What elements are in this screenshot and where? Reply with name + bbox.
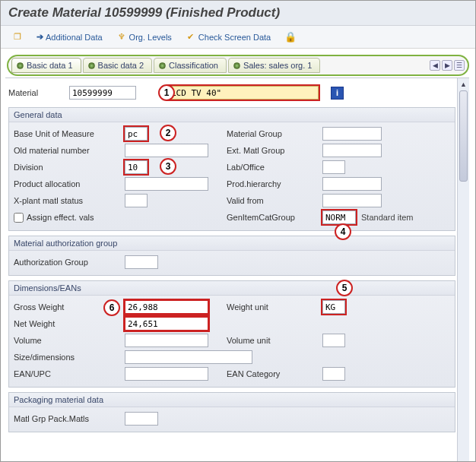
weight-unit-input[interactable] [322,300,345,314]
lock-icon: 🔒 [284,31,297,43]
tab-strip: Basic data 1 Basic data 2 Classification… [7,55,469,76]
ean-cat-input[interactable] [322,367,345,381]
check-screen-button[interactable]: ✔ Check Screen Data [180,30,276,45]
callout-6: 6 [103,299,120,316]
material-group-label: Material Group [227,129,319,138]
tab-label: Basic data 2 [98,61,144,70]
tab-basic-data-2[interactable]: Basic data 2 [83,58,153,73]
group-header: Material authorization group [9,236,455,251]
check-screen-label: Check Screen Data [198,33,271,42]
old-matnr-label: Old material number [14,146,122,155]
auth-group-input[interactable] [125,255,158,269]
volume-input[interactable] [125,334,208,347]
material-description-input[interactable] [168,86,319,100]
size-input[interactable] [125,350,252,364]
lab-office-label: Lab/Office [227,163,319,172]
callout-3: 3 [160,158,176,175]
check-icon: ✔ [186,32,196,43]
xplant-input[interactable] [125,194,148,207]
group-general-data: General data Base Unit of Measure Materi… [8,107,455,231]
callout-4: 4 [335,223,351,240]
xplant-label: X-plant matl status [14,196,122,205]
hierarchy-icon: ♆ [116,32,127,43]
matlgrp-pack-input[interactable] [125,412,158,426]
tab-label: Basic data 1 [27,61,73,70]
prod-hier-input[interactable] [322,177,382,191]
volume-label: Volume [14,336,122,345]
division-input[interactable] [125,160,148,174]
tab-list-button[interactable]: ☰ [454,60,465,71]
additional-data-label: Additional Data [46,33,103,42]
lab-office-input[interactable] [322,160,345,174]
tab-prev-button[interactable]: ◀ [430,60,440,71]
prod-alloc-label: Product allocation [14,179,122,188]
page-title: Create Material 10599999 (Finished Produ… [1,1,475,26]
info-icon[interactable]: i [331,87,344,100]
matlgrp-pack-label: Matl Grp Pack.Matls [14,414,122,423]
group-header: Packaging material data [9,393,455,407]
gen-item-label: GenItemCatGroup [227,213,319,222]
tab-status-icon [233,62,240,69]
valid-from-input[interactable] [322,194,382,207]
document-icon: ❐ [12,32,23,43]
assign-effect-checkbox[interactable]: Assign effect. vals [14,213,122,223]
prod-alloc-input[interactable] [125,177,208,191]
org-levels-button[interactable]: ♆ Org. Levels [111,30,177,45]
weight-unit-label: Weight unit [227,302,319,312]
gross-weight-input[interactable] [125,300,208,314]
material-label: Material [8,88,62,97]
group-header: General data [9,108,455,122]
old-matnr-input[interactable] [125,144,208,157]
ean-input[interactable] [125,367,208,381]
callout-2: 2 [160,125,176,141]
gen-item-text: Standard item [359,212,415,223]
tab-status-icon [17,62,24,69]
ext-matl-grp-input[interactable] [322,144,382,157]
group-packaging: Packaging material data Matl Grp Pack.Ma… [8,392,455,432]
base-uom-input[interactable] [125,127,148,141]
scroll-track[interactable] [458,90,469,457]
material-row: Material i 1 [8,86,455,100]
tab-basic-data-1[interactable]: Basic data 1 [11,58,81,73]
tab-nav: ◀ ▶ ☰ [430,60,465,71]
content-area: Material i 1 General data Base Unit of M… [5,78,469,462]
scroll-down-button[interactable]: ▼ [458,457,469,462]
additional-data-button[interactable]: ➔ Additional Data [31,30,108,44]
group-auth: Material authorization group Authorizati… [8,236,455,276]
tab-status-icon [88,62,95,69]
size-label: Size/dimensions [14,353,122,362]
tab-label: Classification [169,61,218,70]
scroll-thumb[interactable] [459,90,468,182]
net-weight-input[interactable] [125,317,208,331]
auth-group-label: Authorization Group [14,258,122,267]
scroll-up-button[interactable]: ▲ [458,78,469,90]
assign-effect-label: Assign effect. vals [27,213,94,222]
net-weight-label: Net Weight [14,319,122,328]
ean-label: EAN/UPC [14,369,122,378]
valid-from-label: Valid from [227,196,319,205]
volume-unit-label: Volume unit [227,336,319,345]
ean-cat-label: EAN Category [227,369,319,378]
callout-1: 1 [158,84,175,101]
gen-item-input[interactable] [322,210,356,224]
arrow-right-icon: ➔ [36,32,43,42]
callout-5: 5 [336,280,353,296]
assign-effect-chk[interactable] [14,213,24,223]
group-header: Dimensions/EANs [9,281,455,296]
tab-label: Sales: sales org. 1 [243,61,313,70]
org-levels-label: Org. Levels [129,33,172,42]
scrollbar[interactable]: ▲ ▼ [457,78,469,462]
toggle-button[interactable]: ❐ [7,30,28,45]
material-number-input[interactable] [69,86,136,100]
tab-next-button[interactable]: ▶ [442,60,452,71]
tab-classification[interactable]: Classification [154,58,227,73]
base-uom-label: Base Unit of Measure [14,129,122,138]
lock-button[interactable]: 🔒 [279,29,302,45]
volume-unit-input[interactable] [322,334,345,347]
ext-matl-grp-label: Ext. Matl Group [227,146,319,155]
material-group-input[interactable] [322,127,382,141]
group-dimensions: Dimensions/EANs Gross Weight Weight unit… [8,280,455,388]
toolbar: ❐ ➔ Additional Data ♆ Org. Levels ✔ Chec… [1,26,475,49]
division-label: Division [14,163,122,172]
tab-sales-org-1[interactable]: Sales: sales org. 1 [228,58,321,73]
